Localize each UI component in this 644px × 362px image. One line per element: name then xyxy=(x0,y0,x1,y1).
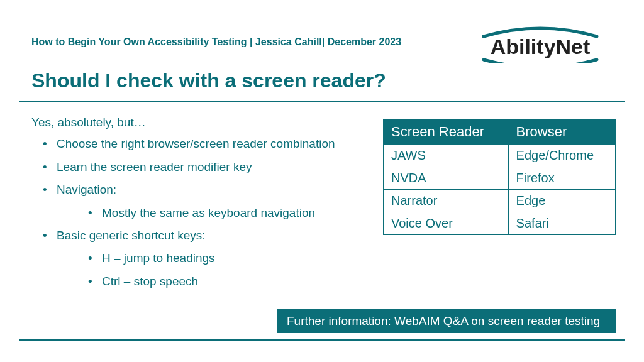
table-header: Browser xyxy=(508,120,615,145)
list-item-label: Basic generic shortcut keys: xyxy=(57,229,206,242)
slide-header: How to Begin Your Own Accessibility Test… xyxy=(31,36,401,48)
table-cell: NVDA xyxy=(384,167,509,190)
list-item: Learn the screen reader modifier key xyxy=(31,158,358,177)
bottom-divider xyxy=(19,339,625,341)
table-row: Voice Over Safari xyxy=(384,212,616,235)
table-cell: Narrator xyxy=(384,190,509,212)
table-header: Screen Reader xyxy=(384,120,509,145)
footer-info-bar: Further information: WebAIM Q&A on scree… xyxy=(277,309,616,333)
screen-reader-table: Screen Reader Browser JAWS Edge/Chrome N… xyxy=(383,119,616,235)
table-cell: Edge xyxy=(508,190,615,212)
table-cell: Voice Over xyxy=(384,212,509,235)
table-cell: Firefox xyxy=(508,167,615,190)
table-row: NVDA Firefox xyxy=(384,167,616,190)
table-cell: Edge/Chrome xyxy=(508,145,615,167)
table-header-row: Screen Reader Browser xyxy=(384,120,616,145)
abilitynet-logo: AbilityNet xyxy=(474,25,606,65)
svg-text:AbilityNet: AbilityNet xyxy=(491,35,591,58)
list-item: Basic generic shortcut keys: H – jump to… xyxy=(31,226,358,291)
table-cell: JAWS xyxy=(384,145,509,167)
list-item: H – jump to headings xyxy=(57,249,358,268)
table-cell: Safari xyxy=(508,212,615,235)
footer-prefix: Further information: xyxy=(287,314,394,327)
list-item: Mostly the same as keyboard navigation xyxy=(57,204,358,222)
table-row: Narrator Edge xyxy=(384,190,616,212)
top-divider xyxy=(19,101,625,102)
body-content: Yes, absolutely, but… Choose the right b… xyxy=(31,113,358,295)
list-item-label: Navigation: xyxy=(57,183,116,196)
table-row: JAWS Edge/Chrome xyxy=(384,145,616,167)
list-item: Navigation: Mostly the same as keyboard … xyxy=(31,180,358,222)
list-item: Choose the right browser/screen reader c… xyxy=(31,134,358,153)
page-title: Should I check with a screen reader? xyxy=(31,69,386,92)
footer-link[interactable]: WebAIM Q&A on screen reader testing xyxy=(394,314,600,327)
intro-text: Yes, absolutely, but… xyxy=(31,113,358,132)
list-item: Ctrl – stop speech xyxy=(57,272,358,291)
